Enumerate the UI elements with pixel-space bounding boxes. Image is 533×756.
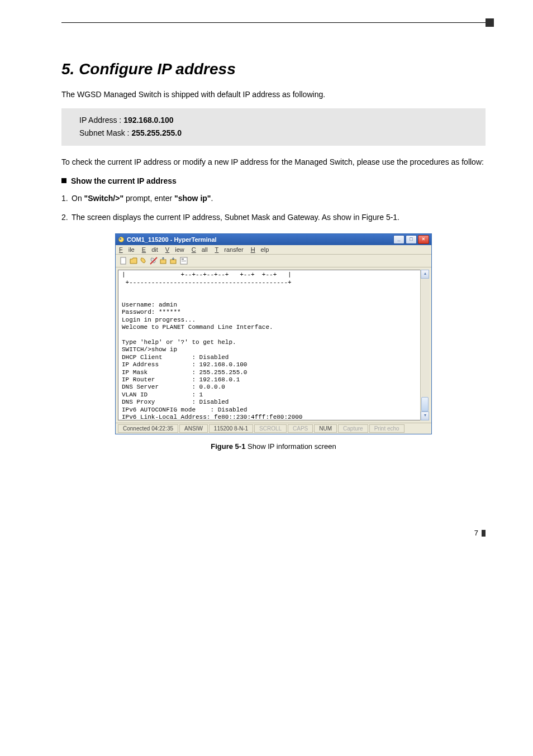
status-num: NUM	[314, 424, 337, 433]
step-2-text: The screen displays the current IP addre…	[72, 213, 399, 222]
minimize-button[interactable]: _	[393, 235, 404, 244]
svg-rect-5	[170, 260, 176, 264]
status-caps: CAPS	[288, 424, 313, 433]
default-ip-value: 192.168.0.100	[123, 116, 174, 125]
step-1-prefix: On	[72, 194, 84, 203]
square-bullet-icon	[61, 178, 66, 183]
menu-help[interactable]: Help	[251, 246, 269, 253]
steps-list: 1.On "Switch/>" prompt, enter "show ip".…	[61, 192, 486, 224]
page-number: 7	[474, 529, 478, 537]
subheading: Show the current IP address	[61, 176, 486, 185]
step-1-middle: prompt, enter	[123, 194, 174, 203]
step-1-number: 1.	[61, 192, 72, 204]
figure-text: Show IP information screen	[245, 442, 336, 451]
page-footer: 7	[61, 529, 486, 537]
default-mask-label: Subnet Mask :	[79, 128, 131, 137]
figure-caption: Figure 5-1 Show IP information screen	[61, 442, 486, 451]
svg-rect-1	[120, 238, 121, 240]
disconnect-icon[interactable]	[149, 256, 158, 265]
step-1: 1.On "Switch/>" prompt, enter "show ip".	[61, 192, 486, 204]
scroll-down-button[interactable]: ▾	[421, 412, 429, 420]
status-connected: Connected 04:22:35	[118, 424, 178, 433]
terminal-output: | +--+--+--+--+ +--+ +--+ | +-----------…	[118, 270, 429, 420]
receive-icon[interactable]	[169, 256, 178, 265]
scroll-thumb[interactable]	[421, 397, 429, 412]
step-1-quote-1: "Switch/>"	[84, 194, 123, 203]
status-scroll: SCROLL	[254, 424, 287, 433]
svg-rect-9	[182, 261, 186, 262]
open-icon[interactable]	[129, 256, 138, 265]
menu-transfer[interactable]: Transfer	[215, 246, 244, 253]
intro-paragraph: The WGSD Managed Switch is shipped with …	[61, 88, 486, 101]
window-titlebar: COM1_115200 - HyperTerminal _ □ ×	[116, 234, 431, 245]
status-port: 115200 8-N-1	[209, 424, 253, 433]
subheading-text: Show the current IP address	[71, 176, 177, 185]
paragraph-2: To check the current IP address or modif…	[61, 156, 486, 168]
send-icon[interactable]	[159, 256, 168, 265]
menu-view[interactable]: View	[165, 246, 184, 253]
properties-icon[interactable]	[179, 256, 188, 265]
section-number: 5.	[61, 60, 74, 78]
menu-bar: File Edit View Call Transfer Help	[116, 245, 431, 255]
default-mask-value: 255.255.255.0	[131, 128, 182, 137]
status-echo: Print echo	[369, 424, 404, 433]
svg-rect-8	[182, 260, 186, 261]
step-1-suffix: .	[211, 194, 213, 203]
footer-mark-icon	[482, 530, 486, 537]
section-title-text: Configure IP address	[79, 60, 236, 78]
svg-rect-2	[121, 257, 126, 264]
section-heading: 5. Configure IP address	[61, 60, 486, 78]
svg-rect-4	[160, 260, 166, 264]
menu-call[interactable]: Call	[192, 246, 208, 253]
default-ip-label: IP Address :	[79, 116, 123, 125]
status-capture: Capture	[338, 424, 368, 433]
terminal-pane[interactable]: | +--+--+--+--+ +--+ +--+ | +-----------…	[118, 270, 429, 420]
toolbar	[116, 255, 431, 267]
figure-label: Figure 5-1	[211, 442, 245, 451]
close-button[interactable]: ×	[418, 235, 429, 244]
app-icon	[118, 236, 125, 243]
status-emulation: ANSIW	[179, 424, 208, 433]
hyperterminal-window: COM1_115200 - HyperTerminal _ □ × File E…	[115, 233, 432, 434]
header-rule	[61, 22, 486, 38]
status-bar: Connected 04:22:35 ANSIW 115200 8-N-1 SC…	[116, 423, 431, 434]
step-2-number: 2.	[61, 211, 72, 223]
scroll-up-button[interactable]: ▴	[421, 270, 429, 279]
call-icon[interactable]	[139, 256, 148, 265]
scrollbar[interactable]: ▴ ▾	[420, 270, 429, 420]
new-icon[interactable]	[119, 256, 128, 265]
svg-rect-7	[182, 259, 184, 260]
step-1-quote-2: "show ip"	[174, 194, 211, 203]
window-title: COM1_115200 - HyperTerminal	[127, 234, 217, 245]
maximize-button[interactable]: □	[406, 235, 417, 244]
header-block-decoration	[486, 18, 494, 27]
menu-edit[interactable]: Edit	[142, 246, 158, 253]
defaults-box: IP Address : 192.168.0.100 Subnet Mask :…	[61, 108, 486, 146]
menu-file[interactable]: File	[119, 246, 135, 253]
step-2: 2.The screen displays the current IP add…	[61, 211, 486, 223]
